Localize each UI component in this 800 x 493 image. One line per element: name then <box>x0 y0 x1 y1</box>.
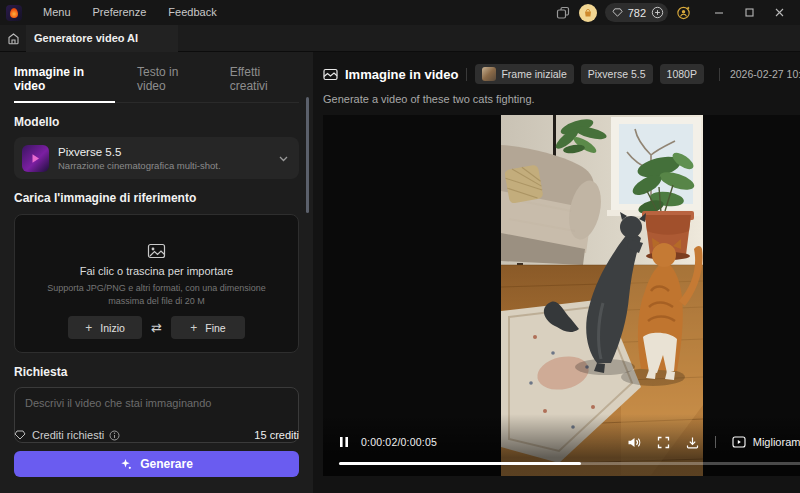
close-button[interactable] <box>766 3 792 23</box>
playback-time: 0:00:02/0:00:05 <box>361 436 437 448</box>
dropzone-hint: Supporta JPG/PNG e altri formati, con un… <box>42 282 272 308</box>
credits-required-value: 15 crediti <box>254 429 299 441</box>
model-description: Narrazione cinematografica multi-shot. <box>58 160 278 171</box>
image-dropzone[interactable]: Fai clic o trascina per importare Suppor… <box>14 214 299 353</box>
player-controls: 0:00:02/0:00:05 <box>339 432 800 452</box>
progress-filled <box>339 462 581 465</box>
menu-button[interactable]: Menu <box>32 0 82 25</box>
feedback-button[interactable]: Feedback <box>157 0 227 25</box>
tab-creative-effects[interactable]: Effetti creativi <box>230 65 299 102</box>
app-logo-icon <box>6 5 22 21</box>
prompt-section-title: Richiesta <box>14 365 299 379</box>
prompt-row: Generate a video of these two cats fight… <box>313 85 800 105</box>
sparkle-icon <box>120 458 133 471</box>
image-upload-icon <box>15 243 298 260</box>
sidebar: Immagine in video Testo in video Effetti… <box>0 52 313 493</box>
model-selector[interactable]: Pixverse 5.5 Narrazione cinematografica … <box>14 137 299 179</box>
credits-required-row: Crediti richiesti 15 crediti <box>14 429 299 441</box>
tab-text-to-video[interactable]: Testo in video <box>137 65 208 102</box>
generate-button[interactable]: Generare <box>14 451 299 477</box>
tab-video-generator[interactable]: Generatore video AI <box>26 25 178 52</box>
enhance-video-label: Miglioramento di Video <box>753 436 800 448</box>
download-icon[interactable] <box>686 436 699 449</box>
divider <box>719 68 720 81</box>
membership-avatar[interactable] <box>579 4 597 22</box>
plus-icon: + <box>190 321 197 335</box>
account-icon[interactable] <box>676 5 692 21</box>
enhance-video-button[interactable]: Miglioramento di Video <box>732 436 800 448</box>
generation-timestamp: 2026-02-27 10:04:59 <box>730 68 800 80</box>
document-tab-bar: Generatore video AI <box>0 25 800 52</box>
pixverse-model-icon <box>22 145 49 172</box>
credits-count: 782 <box>628 7 646 19</box>
end-frame-label: Fine <box>205 322 225 334</box>
title-bar: Menu Preferenze Feedback 782 <box>0 0 800 25</box>
credits-pill[interactable]: 782 <box>605 3 668 22</box>
seek-bar[interactable] <box>339 462 800 465</box>
initial-frame-label: Frame iniziale <box>501 68 566 80</box>
app-window: Menu Preferenze Feedback 782 <box>0 0 800 493</box>
generation-title: Immagine in video <box>345 67 458 82</box>
resolution-badge: 1080P <box>660 64 704 84</box>
gem-icon <box>612 7 623 18</box>
model-name: Pixverse 5.5 <box>58 146 278 158</box>
video-player[interactable]: 0:00:02/0:00:05 <box>323 115 800 476</box>
initial-frame-badge[interactable]: Frame iniziale <box>475 64 573 84</box>
chevron-down-icon <box>278 153 289 164</box>
minimize-button[interactable] <box>706 3 732 23</box>
upload-section-title: Carica l'immagine di riferimento <box>14 191 299 205</box>
model-section-title: Modello <box>14 115 299 129</box>
enhance-video-icon <box>732 436 746 448</box>
frame-thumbnail <box>482 67 496 81</box>
sidebar-scrollbar[interactable] <box>306 97 309 213</box>
generate-label: Generare <box>140 457 193 471</box>
swap-frames-icon[interactable]: ⇄ <box>151 320 162 335</box>
home-icon[interactable] <box>0 25 26 52</box>
add-credits-icon[interactable] <box>651 6 664 19</box>
volume-icon[interactable] <box>627 436 641 449</box>
end-frame-button[interactable]: + Fine <box>171 316 245 339</box>
image-to-video-icon <box>323 68 338 81</box>
preferences-button[interactable]: Preferenze <box>82 0 158 25</box>
info-icon[interactable] <box>109 430 120 441</box>
model-badge: Pixverse 5.5 <box>581 64 653 84</box>
shopping-bag-icon <box>583 8 593 18</box>
credits-required-label: Crediti richiesti <box>32 429 104 441</box>
fullscreen-icon[interactable] <box>657 436 670 449</box>
sidebar-tabs: Immagine in video Testo in video Effetti… <box>14 52 299 103</box>
divider <box>466 68 467 81</box>
maximize-button[interactable] <box>736 3 762 23</box>
generation-prompt-text: Generate a video of these two cats fight… <box>323 93 535 105</box>
main-panel: Immagine in video Frame iniziale Pixvers… <box>313 52 800 493</box>
dropzone-title: Fai clic o trascina per importare <box>15 265 298 277</box>
plus-icon: + <box>85 321 92 335</box>
generation-header: Immagine in video Frame iniziale Pixvers… <box>313 52 800 85</box>
multi-window-icon[interactable] <box>555 5 571 21</box>
tab-image-to-video[interactable]: Immagine in video <box>14 65 115 102</box>
gem-icon <box>14 429 26 441</box>
start-frame-label: Inizio <box>100 322 125 334</box>
divider <box>715 436 716 448</box>
pause-icon[interactable] <box>339 436 349 448</box>
start-frame-button[interactable]: + Inizio <box>68 316 142 339</box>
